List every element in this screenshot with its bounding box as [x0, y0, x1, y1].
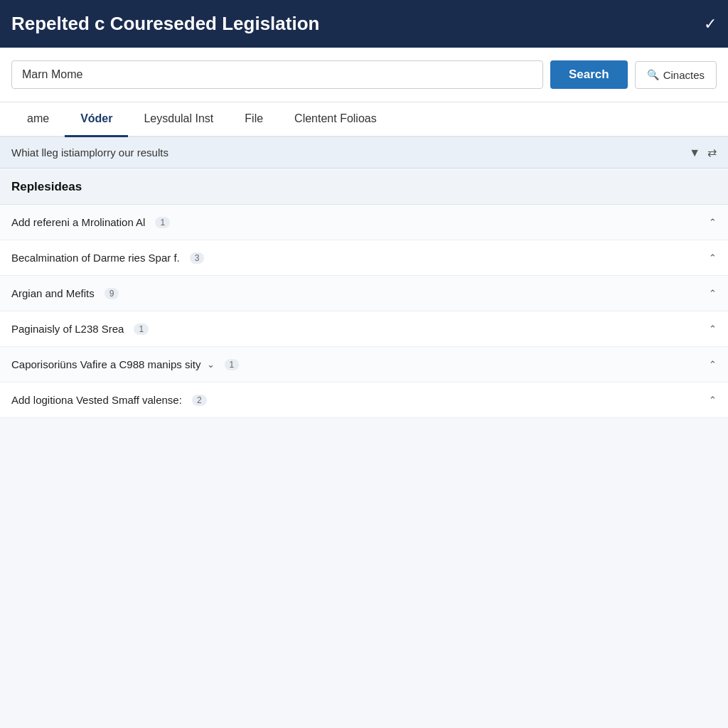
chevron-up-icon: ⌃ [709, 395, 717, 405]
tabs-bar: ame Vóder Leysdulal Inst File Clentent F… [0, 102, 728, 137]
chevron-up-icon: ⌃ [709, 359, 717, 370]
filter-text: Whiat lleg istiamplorry our results [11, 146, 168, 159]
results-header: Replesideas [0, 170, 728, 205]
expand-button[interactable]: ⌃ [709, 359, 717, 370]
tab-leysdulal[interactable]: Leysdulal Inst [128, 102, 229, 137]
page-title: Repelted c Coureseded Legislation [11, 13, 319, 35]
chevron-up-icon: ⌃ [709, 288, 717, 299]
result-badge: 1 [225, 359, 240, 370]
expand-button[interactable]: ⌃ [709, 395, 717, 405]
list-item[interactable]: Caporisoriüns Vafire a C988 manips sity … [0, 347, 728, 382]
result-badge: 2 [192, 395, 207, 406]
list-item[interactable]: Add refereni a Mrolination Al 1 ⌃ [0, 205, 728, 240]
result-item-text: Becalmination of Darme ries Spar f. [11, 252, 180, 264]
result-item-text: Paginaisly of L238 Srea [11, 323, 124, 335]
tab-ame[interactable]: ame [11, 102, 65, 137]
filter-sort-icon[interactable]: ⇄ [707, 146, 717, 159]
list-item[interactable]: Paginaisly of L238 Srea 1 ⌃ [0, 311, 728, 347]
tab-file[interactable]: File [229, 102, 279, 137]
expand-button[interactable]: ⌃ [709, 323, 717, 334]
header-chevron-icon[interactable]: ✓ [704, 15, 717, 33]
nested-chevron-icon[interactable]: ⌄ [207, 359, 215, 370]
page-header: Repelted c Coureseded Legislation ✓ [0, 0, 728, 48]
result-badge: 3 [190, 252, 205, 264]
list-item[interactable]: Add logitiona Vested Smaff valense: 2 ⌃ [0, 382, 728, 418]
chevron-up-icon: ⌃ [709, 217, 717, 228]
result-badge: 1 [134, 323, 149, 335]
search-area: Search 🔍 Cinactes [0, 48, 728, 102]
expand-button[interactable]: ⌃ [709, 252, 717, 263]
search-input[interactable] [11, 60, 543, 89]
result-item-text: Add refereni a Mrolination Al [11, 216, 145, 228]
tab-clentent[interactable]: Clentent Folioas [279, 102, 392, 137]
chevron-up-icon: ⌃ [709, 252, 717, 263]
result-badge: 1 [155, 217, 170, 228]
filter-row: Whiat lleg istiamplorry our results ▼ ⇄ [0, 137, 728, 168]
cinactes-button[interactable]: 🔍 Cinactes [635, 61, 717, 89]
cinactes-label: Cinactes [663, 69, 705, 81]
results-section: Replesideas Add refereni a Mrolination A… [0, 170, 728, 418]
search-icon: 🔍 [647, 69, 659, 80]
chevron-up-icon: ⌃ [709, 323, 717, 334]
list-item[interactable]: Becalmination of Darme ries Spar f. 3 ⌃ [0, 240, 728, 276]
filter-controls: ▼ ⇄ [689, 146, 717, 159]
result-badge: 9 [105, 288, 119, 299]
expand-button[interactable]: ⌃ [709, 288, 717, 299]
expand-button[interactable]: ⌃ [709, 217, 717, 228]
search-button[interactable]: Search [550, 60, 628, 89]
filter-chevron-icon[interactable]: ▼ [689, 146, 700, 159]
result-item-text: Argian and Mefits [11, 287, 95, 299]
list-item[interactable]: Argian and Mefits 9 ⌃ [0, 276, 728, 311]
result-item-text: Add logitiona Vested Smaff valense: [11, 394, 182, 406]
tab-voder[interactable]: Vóder [65, 102, 128, 137]
result-item-text: Caporisoriüns Vafire a C988 manips sity [11, 358, 201, 370]
